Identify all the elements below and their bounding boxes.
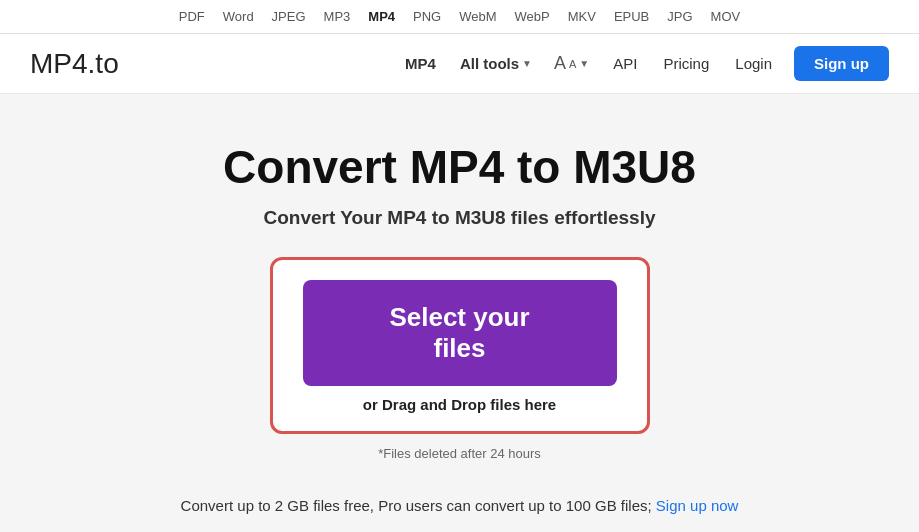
format-jpg[interactable]: JPG <box>667 9 692 24</box>
files-note: *Files deleted after 24 hours <box>378 446 541 461</box>
navbar: MP4.to MP4 All tools ▼ A A ▼ API Pricing… <box>0 34 919 94</box>
page-title: Convert MP4 to M3U8 <box>223 142 696 193</box>
page-subtitle: Convert Your MP4 to M3U8 files effortles… <box>263 207 655 229</box>
nav-translate-button[interactable]: A A ▼ <box>546 47 597 80</box>
site-logo[interactable]: MP4.to <box>30 48 119 80</box>
translate-chevron-icon: ▼ <box>579 58 589 69</box>
format-epub[interactable]: EPUB <box>614 9 649 24</box>
format-mp4[interactable]: MP4 <box>368 9 395 24</box>
nav-api-link[interactable]: API <box>603 49 647 78</box>
translate-icon: A <box>554 53 566 74</box>
signup-button[interactable]: Sign up <box>794 46 889 81</box>
main-content: Convert MP4 to M3U8 Convert Your MP4 to … <box>0 94 919 532</box>
nav-all-tools-dropdown[interactable]: All tools ▼ <box>452 49 540 78</box>
translate-subscript: A <box>569 58 576 70</box>
format-png[interactable]: PNG <box>413 9 441 24</box>
format-mp3[interactable]: MP3 <box>324 9 351 24</box>
format-pdf[interactable]: PDF <box>179 9 205 24</box>
bottom-text: Convert up to 2 GB files free, Pro users… <box>181 497 652 514</box>
upload-area: Select your files or Drag and Drop files… <box>270 257 650 434</box>
format-bar: PDF Word JPEG MP3 MP4 PNG WebM WebP MKV … <box>0 0 919 34</box>
format-jpeg[interactable]: JPEG <box>272 9 306 24</box>
format-word[interactable]: Word <box>223 9 254 24</box>
logo-mp4: MP4 <box>30 48 88 79</box>
nav-links: MP4 All tools ▼ A A ▼ API Pricing Login … <box>169 46 889 81</box>
format-webp[interactable]: WebP <box>515 9 550 24</box>
format-mkv[interactable]: MKV <box>568 9 596 24</box>
chevron-down-icon: ▼ <box>522 58 532 69</box>
signup-now-link[interactable]: Sign up now <box>656 497 739 514</box>
format-webm[interactable]: WebM <box>459 9 496 24</box>
nav-mp4-link[interactable]: MP4 <box>395 49 446 78</box>
format-mov[interactable]: MOV <box>711 9 741 24</box>
logo-to: .to <box>88 48 119 79</box>
nav-pricing-link[interactable]: Pricing <box>653 49 719 78</box>
nav-login-link[interactable]: Login <box>725 49 782 78</box>
bottom-info: Convert up to 2 GB files free, Pro users… <box>181 497 739 514</box>
select-files-button[interactable]: Select your files <box>303 280 617 386</box>
drag-drop-text: or Drag and Drop files here <box>363 396 556 413</box>
nav-all-tools-label: All tools <box>460 55 519 72</box>
